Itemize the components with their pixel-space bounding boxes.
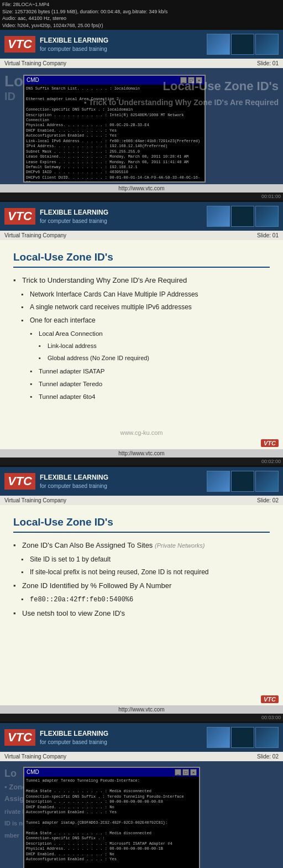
vtc-tagline-2: FLEXIBLE LEARNING for computer based tra… <box>40 209 108 225</box>
sub-header-4: Virtual Training Company Slide: 02 <box>0 752 283 761</box>
sub-header-right-1: Slide: 01 <box>257 60 279 66</box>
tagline-line2: for computer based training <box>40 45 108 53</box>
sub-header-left-2: Virtual Training Company <box>4 232 66 238</box>
sub-header-left-4: Virtual Training Company <box>4 753 66 760</box>
cmd-section-1: Lo ID CMD _ □ × DNS Suffix Search List. … <box>0 68 283 184</box>
thumb-10 <box>207 727 230 748</box>
timestamp-1: 00:01:00 <box>261 194 281 199</box>
tagline-line1-4: FLEXIBLE LEARNING <box>40 730 108 739</box>
thumb-2 <box>231 34 254 55</box>
cmd-bg-overlay: Lo ID <box>4 72 23 103</box>
slide2-item: If site-local prefix is not being reused… <box>13 568 270 577</box>
sub-header-left-1: Virtual Training Company <box>4 60 66 66</box>
cmd-minimize-2[interactable]: _ <box>175 769 181 776</box>
vtc-thumbnails-1 <box>207 34 279 55</box>
sub-header-1: Virtual Training Company Slide: 01 <box>0 59 283 68</box>
vtc-header-4: VTC FLEXIBLE LEARNING for computer based… <box>0 723 283 752</box>
vtc-thumbnails-2 <box>207 206 279 227</box>
vtc-tagline-3: FLEXIBLE LEARNING for computer based tra… <box>40 474 108 490</box>
slide1-item: A single network card receives multiple … <box>13 303 270 312</box>
thumb-7 <box>207 471 230 492</box>
slide1-item: Tunnel adapter Teredo <box>13 380 270 388</box>
slide1-item: Network Interface Cards Can Have Multipl… <box>13 290 270 299</box>
timestamp-bar-1: 00:01:00 <box>0 193 283 200</box>
timestamp-2: 00:02:00 <box>261 459 281 464</box>
vtc-header-2: VTC FLEXIBLE LEARNING for computer based… <box>0 202 283 231</box>
video-label: Video: h264, yuv420p, 1024x768, 25.00 fp… <box>2 22 281 29</box>
tagline-line2-3: for computer based training <box>40 482 108 490</box>
sub-header-2: Virtual Training Company Slide: 01 <box>0 231 283 240</box>
slide1-item: Tunnel adapter 6to4 <box>13 392 270 401</box>
cmd-window-2: CMD _ □ × Tunnel adapter Teredo Tunnelin… <box>23 767 200 868</box>
vtc-badge-1: VTC <box>261 439 279 447</box>
tagline-line1-3: FLEXIBLE LEARNING <box>40 474 108 482</box>
thumb-9 <box>255 471 279 492</box>
vtc-logo-1: VTC <box>4 36 35 53</box>
content-slide-2: Local-Use Zone ID's Zone ID's Can Also B… <box>0 505 283 693</box>
sub-header-right-4: Slide: 02 <box>257 753 279 760</box>
vtc-tagline-4: FLEXIBLE LEARNING for computer based tra… <box>40 730 108 746</box>
cmd-titlebar-2: CMD _ □ × <box>24 768 199 777</box>
cmd-content-2: Tunnel adapter Teredo Tunneling Pseudo-I… <box>24 777 199 868</box>
slide-bg-text-1: Local-Use Zone ID's ▪ Trick to Understan… <box>84 79 279 107</box>
slide-title-1: Local-Use Zone ID's <box>13 251 270 268</box>
thumb-12 <box>255 727 279 748</box>
slide1-item: Tunnel adapter ISATAP <box>13 367 270 376</box>
sub-header-3: Virtual Training Company Slide: 02 <box>0 496 283 505</box>
tagline-line1: FLEXIBLE LEARNING <box>40 37 108 45</box>
thumb-1 <box>207 34 230 55</box>
timestamp-bar-2: 00:02:00 <box>0 458 283 465</box>
slide1-item: Trick to Understanding Why Zone ID's Are… <box>13 276 270 285</box>
sub-header-right-2: Slide: 01 <box>257 232 279 238</box>
thumb-5 <box>231 206 254 227</box>
slide1-item: Link-local address <box>13 342 270 350</box>
cmd-titlebar-btns-2: _ □ × <box>175 769 197 776</box>
cmd-title-1: CMD <box>27 77 39 84</box>
slide1-item: Local Area Connection <box>13 329 270 338</box>
timestamp-3: 00:03:00 <box>261 715 281 720</box>
vtc-tagline-1: FLEXIBLE LEARNING for computer based tra… <box>40 37 108 53</box>
cmd-close-2[interactable]: × <box>190 769 197 776</box>
vtc-watermark-1: VTC <box>0 437 283 449</box>
cmd-title-2: CMD <box>27 769 39 776</box>
fileinfo-label: Size: 12573026 bytes (11.99 MiB), durati… <box>2 8 281 15</box>
vtc-thumbnails-3 <box>207 471 279 492</box>
url-bar-2: http://www.vtc.com <box>0 449 283 458</box>
tagline-line2-4: for computer based training <box>40 739 108 746</box>
cmd-section-2: Lo ▪ Zone ID's Can Also BeAssigned To Si… <box>0 761 283 868</box>
tagline-line1-2: FLEXIBLE LEARNING <box>40 209 108 217</box>
sub-header-right-3: Slide: 02 <box>257 497 279 503</box>
vtc-logo-3: VTC <box>4 473 35 490</box>
slide1-item: One for each interface <box>13 316 270 325</box>
top-info-bar: File: 28LOCA~1.MP4 Size: 12573026 bytes … <box>0 0 283 30</box>
slide2-item: Use netsh tool to view Zone ID's <box>13 609 270 618</box>
thumb-3 <box>255 34 279 55</box>
url-bar-3: http://www.vtc.com <box>0 705 283 714</box>
url-bar-1: http://www.vtc.com <box>0 184 283 193</box>
slide1-item: Global address (No Zone ID required) <box>13 354 270 362</box>
vtc-header-1: VTC FLEXIBLE LEARNING for computer based… <box>0 30 283 59</box>
cmd-maximize-2[interactable]: □ <box>182 769 189 776</box>
slide2-item: fe80::20a:42ff:feb0:5400%6 <box>13 595 270 605</box>
slide2-item: Zone ID's Can Also Be Assigned To Sites … <box>13 540 270 550</box>
sub-header-left-3: Virtual Training Company <box>4 497 66 503</box>
vtc-watermark-2: VTC <box>0 693 283 705</box>
vtc-header-3: VTC FLEXIBLE LEARNING for computer based… <box>0 467 283 496</box>
www-watermark: www.cg-ku.com <box>0 428 283 437</box>
slide2-item: Zone ID Identified by % Followed By A Nu… <box>13 581 270 591</box>
slide-list-1: Trick to Understanding Why Zone ID's Are… <box>13 276 270 401</box>
vtc-thumbnails-4 <box>207 727 279 748</box>
slide-title-2: Local-Use Zone ID's <box>13 516 270 533</box>
vtc-logo-2: VTC <box>4 208 35 225</box>
filename-label: File: 28LOCA~1.MP4 <box>2 1 281 8</box>
audio-label: Audio: aac, 44100 Hz, stereo <box>2 15 281 22</box>
thumb-8 <box>231 471 254 492</box>
slide2-item: Site ID is set to 1 by default <box>13 555 270 564</box>
tagline-line2-2: for computer based training <box>40 217 108 225</box>
thumb-11 <box>231 727 254 748</box>
vtc-logo-4: VTC <box>4 729 35 746</box>
thumb-6 <box>255 206 279 227</box>
timestamp-bar-3: 00:03:00 <box>0 714 283 721</box>
thumb-4 <box>207 206 230 227</box>
slide-list-2: Zone ID's Can Also Be Assigned To Sites … <box>13 540 270 618</box>
